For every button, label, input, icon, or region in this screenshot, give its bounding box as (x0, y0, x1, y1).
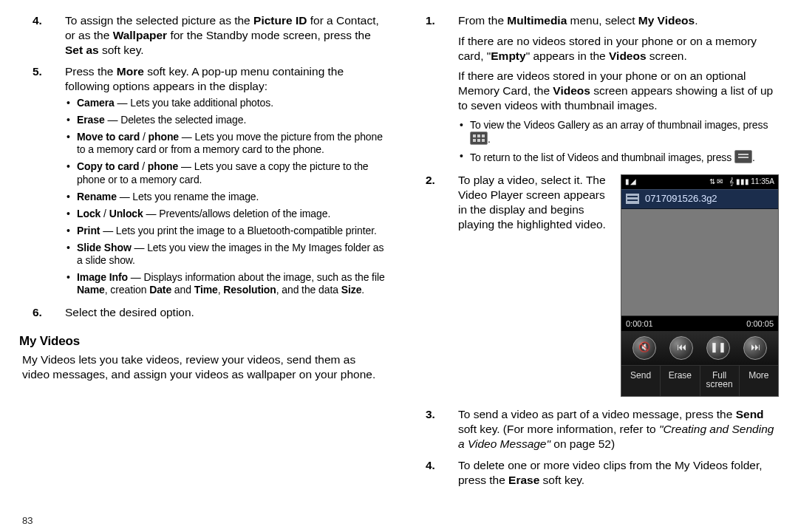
step-body: From the Multimedia menu, select My Vide… (458, 13, 779, 168)
option-item: Rename — Lets you rename the image. (65, 191, 386, 203)
list-item: 5.Press the More soft key. A pop-up menu… (19, 64, 386, 301)
list-view-icon (734, 150, 752, 163)
softkey-erase[interactable]: Erase (661, 366, 700, 396)
step-body: Press the More soft key. A pop-up menu c… (65, 64, 386, 301)
video-viewport (621, 209, 778, 316)
list-item: 4.To delete one or more video clips from… (412, 458, 779, 491)
step-number: 5. (19, 64, 65, 301)
prev-icon[interactable]: ⏮ (669, 336, 693, 360)
video-player-screenshot: ▮◢ ⇅ ✉ 𝄞 ▮▮▮ 11:35A 0717091526.3g20:00:0… (621, 174, 779, 397)
list-icon (626, 194, 639, 204)
total-time: 0:00:05 (746, 318, 774, 329)
step-body: To delete one or more video clips from t… (458, 458, 779, 491)
option-item: Lock / Unlock — Prevents/allows deletion… (65, 208, 386, 220)
section-heading-my-videos: My Videos (19, 333, 386, 349)
next-icon[interactable]: ⏭ (743, 336, 767, 360)
step-number: 6. (19, 305, 65, 323)
option-item: Image Info — Displays information about … (65, 271, 386, 296)
option-item: Print — Lets you print the image to a Bl… (65, 225, 386, 237)
my-videos-intro: My Videos lets you take videos, review y… (22, 352, 386, 382)
option-item: Slide Show — Lets you view the images in… (65, 242, 386, 267)
list-item: 3.To send a video as part of a video mes… (412, 407, 779, 454)
option-item: Copy to card / phone — Lets you save a c… (65, 160, 386, 185)
instruction-item: To view the Videos Gallery as an array o… (458, 119, 779, 146)
instruction-item: To return to the list of Videos and thum… (458, 150, 779, 164)
left-column: 4.To assign the selected picture as the … (19, 13, 386, 508)
list-item: 4.To assign the selected picture as the … (19, 13, 386, 60)
list-item: 1.From the Multimedia menu, select My Vi… (412, 13, 779, 168)
step-number: 1. (412, 13, 458, 168)
video-filename: 0717091526.3g2 (645, 193, 717, 205)
option-item: Move to card / phone — Lets you move the… (65, 131, 386, 156)
step-number: 4. (412, 458, 458, 491)
step-number: 3. (412, 407, 458, 454)
status-icons: ⇅ ✉ 𝄞 ▮▮▮ 11:35A (709, 177, 774, 187)
right-column: 1.From the Multimedia menu, select My Vi… (412, 13, 779, 508)
clock: 11:35A (751, 177, 774, 185)
list-item: 6.Select the desired option. (19, 305, 386, 323)
signal-icon: ▮◢ (625, 177, 637, 187)
grid-view-icon (470, 132, 488, 145)
softkey-send[interactable]: Send (621, 366, 661, 396)
step-body: To assign the selected picture as the Pi… (65, 13, 386, 60)
step-body: To send a video as part of a video messa… (458, 407, 779, 454)
step-body: Select the desired option. (65, 305, 386, 323)
step-number: 2. (412, 173, 458, 403)
softkey-more[interactable]: More (740, 366, 778, 396)
pause-icon[interactable]: ❚❚ (706, 336, 730, 360)
page-number: 83 (22, 515, 33, 526)
step-body: ▮◢ ⇅ ✉ 𝄞 ▮▮▮ 11:35A 0717091526.3g20:00:0… (458, 173, 779, 403)
elapsed-time: 0:00:01 (626, 318, 653, 329)
step-number: 4. (19, 13, 65, 60)
option-item: Camera — Lets you take additional photos… (65, 97, 386, 109)
mute-icon[interactable]: 🔇 (632, 336, 656, 360)
list-item: 2.▮◢ ⇅ ✉ 𝄞 ▮▮▮ 11:35A 0717091526.3g20:00… (412, 173, 779, 403)
option-item: Erase — Deletes the selected image. (65, 114, 386, 126)
softkey-full[interactable]: Fullscreen (700, 366, 740, 396)
